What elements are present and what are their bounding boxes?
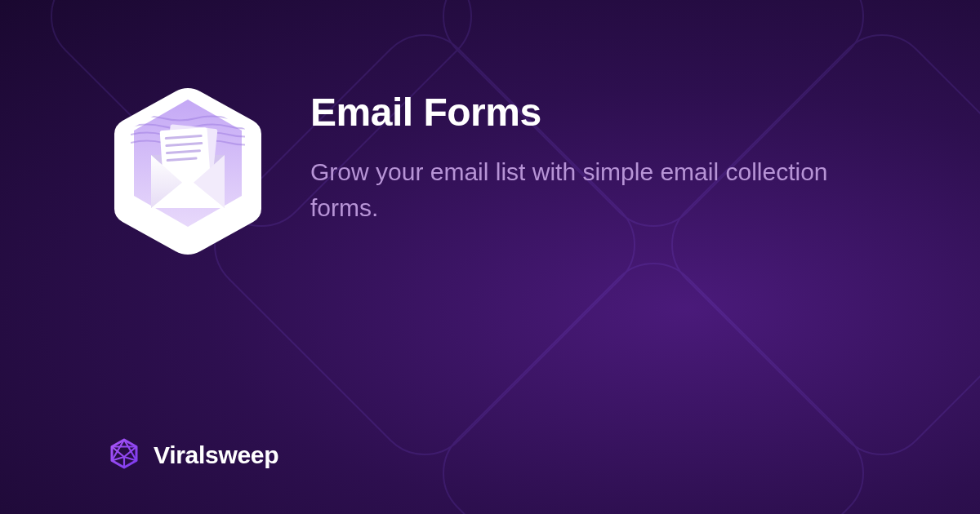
brand-logo: Viralsweep [106, 437, 898, 473]
email-forms-icon [106, 82, 270, 261]
page-subtitle: Grow your email list with simple email c… [310, 154, 833, 225]
viralsweep-icon [106, 437, 142, 473]
page-title: Email Forms [310, 90, 833, 135]
brand-name: Viralsweep [154, 441, 278, 469]
